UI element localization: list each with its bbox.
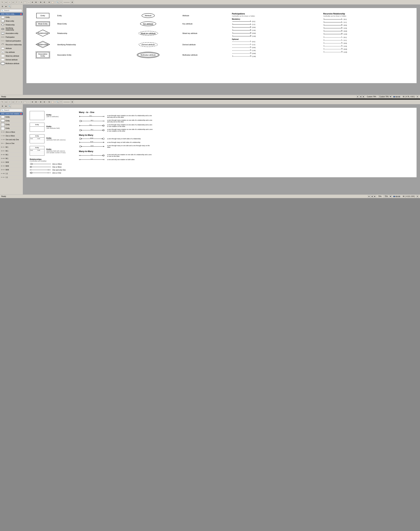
sidebar-item-id-relationship[interactable]: Identifying relationship (0, 27, 23, 31)
sidebar-item-attribute[interactable]: Attribute (0, 46, 23, 50)
tb2-circle[interactable]: ○ (8, 100, 11, 104)
toolbar-circle-btn[interactable]: ○ (8, 1, 11, 4)
sidebar2-search-btn[interactable]: 🔍 (8, 105, 11, 108)
sidebar-item-participation[interactable]: Participation (0, 35, 23, 39)
sidebar-item-weak-key[interactable]: Weak key attribute (0, 54, 23, 58)
canvas1[interactable]: Entity Entity Attribute Attribute Partic… (23, 5, 420, 95)
tb2-rect[interactable]: ▭ (4, 100, 8, 104)
sidebar2-m1-3[interactable]: M:1 (0, 153, 23, 157)
toolbar-search-btn[interactable]: 🔍 (56, 1, 59, 4)
toolbar-anchor-btn[interactable]: ⊕ (31, 1, 34, 4)
sidebar2-close[interactable] (20, 113, 22, 115)
sidebar2-m1-2[interactable]: M:1 (0, 149, 23, 153)
sidebar2-entity3[interactable]: Entity (0, 123, 23, 126)
toolbar-paste-btn[interactable]: 📋 (51, 1, 54, 4)
weak-key-shape: Weak key attribute (138, 31, 158, 36)
sidebar-item-entity[interactable]: Entity (0, 15, 23, 19)
sidebar2-grid-btn[interactable]: ⊞ (4, 105, 8, 108)
sidebar2-mm-1[interactable]: M:M (0, 160, 23, 164)
sidebar-item-recursive[interactable]: Recursive relationship (0, 43, 23, 46)
sidebar2-11-1[interactable]: 1:1 (0, 172, 23, 176)
toolbar-line-btn[interactable]: / (15, 1, 18, 4)
sidebar2-one-more[interactable]: One or More (0, 134, 23, 138)
sidebar-item-relationship[interactable]: Relationship (0, 23, 23, 27)
search-input1[interactable] (1, 9, 22, 12)
sidebar1-close[interactable] (20, 13, 22, 15)
search-input2[interactable] (1, 109, 22, 112)
page-stop-btn2[interactable]: ■ (368, 195, 370, 198)
tb2-paste[interactable]: 📋 (51, 100, 54, 104)
sidebar2-11-2[interactable]: 1:1 (0, 176, 23, 179)
sidebar2-m1-4[interactable]: M:1 (0, 157, 23, 160)
tb2-diamond[interactable]: ◇ (12, 100, 15, 104)
toolbar-ungroup-btn[interactable]: ⊟ (43, 1, 46, 4)
sidebar-item-assoc[interactable]: Associative entity (0, 31, 23, 35)
tb2-copy[interactable]: ⧉ (47, 100, 51, 104)
tb2-arrow[interactable]: → (27, 100, 30, 104)
sidebar2-entity2[interactable]: Entity (0, 119, 23, 123)
cardinality-0m: (0:M) (252, 32, 256, 34)
tb2-cursor[interactable]: ↖ (1, 100, 4, 104)
sidebar2-zero-one[interactable]: Zero or One (0, 142, 23, 145)
sidebar2-one-only[interactable]: One and only One (0, 138, 23, 142)
sidebar1-search-btn[interactable]: 🔍 (8, 5, 11, 8)
zoom-select2[interactable]: 75% 100% 50% (383, 195, 392, 198)
svg-text:M:M: M:M (90, 145, 93, 147)
rec-opt-svg-3: 1N (323, 42, 343, 44)
page-prev-btn2[interactable]: ◀ (371, 195, 373, 198)
tb2-anchor[interactable]: ⊕ (31, 100, 34, 104)
toolbar-zoom-in-btn[interactable]: + (60, 1, 63, 4)
page-dot-2c[interactable] (398, 196, 400, 197)
page-dot-1c[interactable] (398, 96, 400, 97)
toolbar-zoom-btn[interactable]: ⊞ (34, 1, 38, 4)
tb2-group[interactable]: ⊞ (39, 100, 42, 104)
sidebar-item-derived[interactable]: Derived attribute (0, 58, 23, 62)
sidebar2-entity4[interactable]: Entity (0, 126, 23, 130)
page-dot-2b[interactable] (396, 196, 398, 197)
opt-cardinality-11: (1:1) (252, 44, 255, 45)
svg-text:1: 1 (250, 20, 251, 22)
page-stop-btn1[interactable]: ■ (356, 95, 359, 98)
sidebar2-entity1[interactable]: Entity (0, 115, 23, 119)
sidebar1-list-btn[interactable]: ☰ (1, 5, 4, 8)
tb2-search[interactable]: 🔍 (56, 100, 59, 104)
sidebar1-grid-btn[interactable]: ⊞ (4, 5, 8, 8)
tb2-connect[interactable]: ⌒ (23, 100, 27, 104)
zoom-select1[interactable]: Custom 79% 100% 75% 50% (378, 95, 392, 98)
sidebar2-zero-more[interactable]: Zero or More (0, 130, 23, 134)
tb2-ungroup[interactable]: ⊟ (43, 100, 46, 104)
toolbar-select-btn[interactable]: ⊹ (20, 1, 23, 4)
page-dot-1a[interactable] (393, 96, 395, 97)
toolbar-arrow-btn[interactable]: → (27, 1, 30, 4)
sidebar2-list-btn[interactable]: ☰ (1, 105, 4, 108)
toolbar-copy-btn[interactable]: ⧉ (47, 1, 51, 4)
tb2-zoom-out[interactable]: ⊕ (71, 100, 74, 104)
page-dot-2a[interactable] (393, 196, 395, 197)
toolbar-connect-btn[interactable]: ⌒ (23, 1, 27, 4)
toolbar-rect-btn[interactable]: ▭ (4, 1, 8, 4)
expand-btn1[interactable]: ⊞ (416, 95, 419, 98)
sidebar2-mm-3[interactable]: M:M (0, 168, 23, 172)
toolbar-group-btn[interactable]: ⊞ (39, 1, 42, 4)
page-dot-1b[interactable] (396, 96, 398, 97)
tb2-line[interactable]: / (15, 100, 18, 104)
sidebar-item-opt-participation[interactable]: Optional participation (0, 39, 23, 43)
sidebar-item-weak-entity[interactable]: Weak entity (0, 19, 23, 23)
cf-entity-no-attr-box (30, 111, 45, 120)
page-next-btn1[interactable]: ▶ (362, 95, 365, 98)
page-prev-btn1[interactable]: ◀ (359, 95, 362, 98)
toolbar-cursor-btn[interactable]: ↖ (1, 1, 4, 4)
expand-btn2[interactable]: ⊞ (416, 195, 419, 198)
sidebar2-m1-1[interactable]: M:1 (0, 145, 23, 149)
page-next-btn2[interactable]: ▶ (374, 195, 376, 198)
sidebar-item-multivalue[interactable]: Multivalue attribute (0, 62, 23, 65)
toolbar-zoom-out-btn[interactable]: ⊕ (71, 1, 74, 4)
mm-desc-1: a zero through many on both sides of a r… (107, 138, 141, 140)
toolbar-diamond-btn[interactable]: ◇ (12, 1, 15, 4)
tb2-zoom-in[interactable]: + (60, 100, 63, 104)
tb2-select[interactable]: ⊹ (20, 100, 23, 104)
sidebar2-mm-2[interactable]: M:M (0, 164, 23, 168)
canvas2[interactable]: Entity (with no attributes) Entity E (23, 104, 420, 194)
tb2-zoom[interactable]: ⊞ (34, 100, 38, 104)
sidebar-item-key-attr[interactable]: — Key attribute (0, 50, 23, 54)
